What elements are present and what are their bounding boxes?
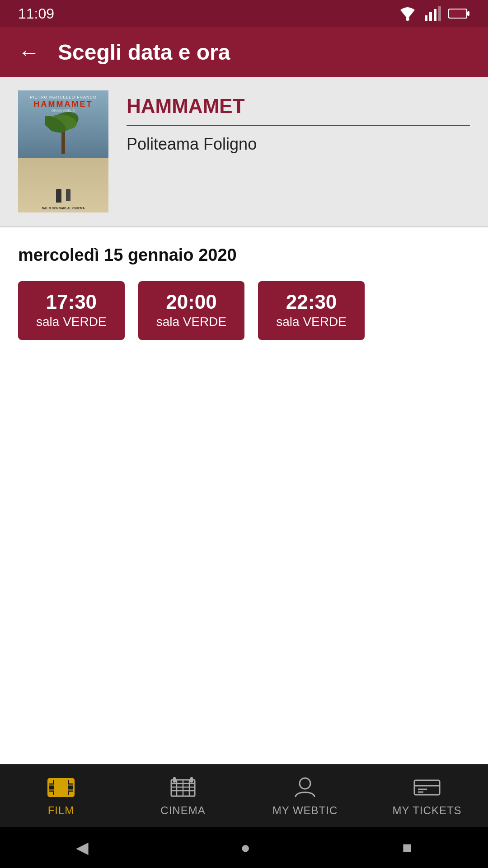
showtime-row: 17:30 sala VERDE 20:00 sala VERDE 22:30 …	[18, 281, 470, 340]
nav-item-mywebtic[interactable]: MY WEBTIC	[244, 775, 366, 817]
nav-item-cinema[interactable]: CINEMA	[122, 775, 244, 817]
showtime-button-1730[interactable]: 17:30 sala VERDE	[18, 281, 125, 340]
system-back-button[interactable]: ◀	[76, 838, 89, 857]
svg-rect-4	[438, 6, 441, 21]
showtime-sala-label: sala VERDE	[276, 315, 347, 329]
showtime-time-label: 20:00	[156, 292, 227, 312]
status-icons	[398, 6, 470, 21]
movie-poster: PIETRO MARCELLO FRANCO HAMMAMET GIANNI A…	[18, 90, 108, 212]
battery-icon	[448, 8, 470, 19]
back-button[interactable]: ←	[18, 40, 40, 65]
svg-rect-2	[429, 12, 432, 21]
cinema-icon	[169, 775, 197, 800]
nav-label-mywebtic: MY WEBTIC	[272, 804, 338, 817]
schedule-date: mercoledì 15 gennaio 2020	[18, 245, 470, 265]
system-navigation: ◀ ● ■	[0, 827, 488, 868]
showtime-time-label: 17:30	[36, 292, 107, 312]
bottom-navigation: FILM CINEMA MY WEBTIC	[0, 764, 488, 827]
app-header: ← Scegli data e ora	[0, 27, 488, 77]
svg-rect-16	[69, 792, 74, 796]
date-section: mercoledì 15 gennaio 2020 17:30 sala VER…	[0, 227, 488, 349]
wifi-icon	[398, 6, 418, 21]
svg-rect-27	[173, 777, 176, 783]
showtime-button-2230[interactable]: 22:30 sala VERDE	[258, 281, 365, 340]
nav-label-film: FILM	[48, 804, 75, 817]
nav-label-cinema: CINEMA	[160, 804, 205, 817]
page-title: Scegli data e ora	[58, 40, 230, 65]
nav-label-mytickets: MY TICKETS	[392, 804, 461, 817]
mytickets-icon	[413, 775, 441, 800]
showtime-button-2000[interactable]: 20:00 sala VERDE	[138, 281, 245, 340]
svg-point-0	[406, 17, 409, 21]
nav-item-film[interactable]: FILM	[0, 775, 122, 817]
svg-rect-28	[190, 777, 193, 783]
svg-rect-1	[425, 15, 427, 21]
movie-details: HAMMAMET Politeama Foligno	[127, 90, 470, 154]
svg-point-29	[300, 778, 310, 789]
film-icon	[47, 775, 75, 800]
mywebtic-icon	[291, 775, 319, 800]
system-home-button[interactable]: ●	[240, 838, 250, 857]
system-recent-button[interactable]: ■	[402, 838, 412, 857]
status-time: 11:09	[18, 5, 54, 22]
svg-rect-18	[48, 784, 74, 786]
showtime-time-label: 22:30	[276, 292, 347, 312]
status-bar: 11:09	[0, 0, 488, 27]
svg-rect-3	[434, 9, 436, 21]
movie-title: HAMMAMET	[127, 95, 470, 126]
svg-rect-13	[48, 779, 53, 783]
svg-rect-14	[48, 792, 53, 796]
svg-rect-15	[69, 779, 74, 783]
showtime-sala-label: sala VERDE	[156, 315, 227, 329]
showtime-sala-label: sala VERDE	[36, 315, 107, 329]
svg-rect-17	[54, 780, 68, 795]
signal-icon	[425, 6, 441, 21]
movie-cinema: Politeama Foligno	[127, 135, 470, 154]
svg-rect-6	[467, 11, 469, 16]
svg-rect-7	[449, 9, 466, 18]
svg-rect-19	[48, 789, 74, 791]
movie-info-section: PIETRO MARCELLO FRANCO HAMMAMET GIANNI A…	[0, 77, 488, 226]
nav-item-mytickets[interactable]: MY TICKETS	[366, 775, 488, 817]
